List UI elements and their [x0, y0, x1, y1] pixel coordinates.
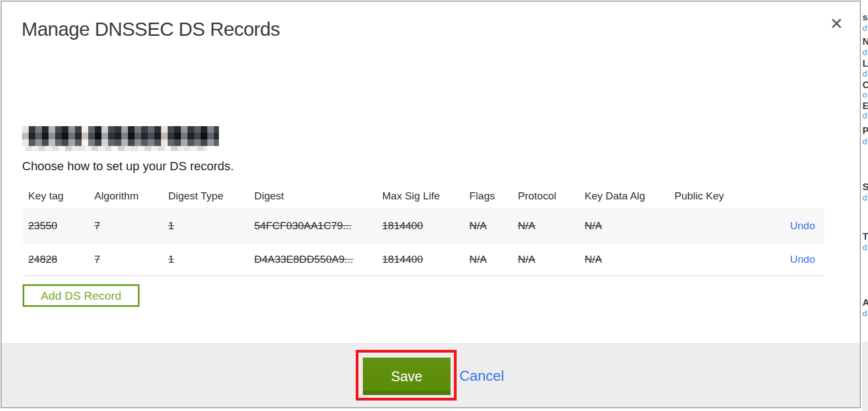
- background-glyph: d: [862, 47, 867, 57]
- cell-algorithm: 7: [89, 253, 163, 266]
- cell-actions: Undo: [774, 253, 824, 266]
- column-header-digest-type: Digest Type: [163, 190, 249, 202]
- background-glyph: P: [862, 126, 868, 137]
- column-header-digest: Digest: [249, 190, 377, 202]
- background-page-sliver: sdNdLdCoEdPdSdTdAd: [862, 0, 868, 411]
- background-glyph: d: [862, 242, 867, 252]
- background-glyph: d: [862, 137, 867, 146]
- background-glyph: d: [862, 69, 867, 78]
- background-glyph: d: [862, 23, 867, 33]
- column-header-key-data-alg: Key Data Alg: [579, 190, 669, 202]
- background-glyph: C: [862, 80, 868, 91]
- cell-actions: Undo: [774, 220, 824, 232]
- cell-key-data-alg: N/A: [579, 220, 669, 232]
- background-sliver-footer: [862, 342, 868, 411]
- background-glyph: A: [862, 298, 868, 309]
- background-glyph: E: [862, 101, 868, 112]
- cell-protocol: N/A: [512, 253, 579, 266]
- column-header-public-key: Public Key: [669, 190, 774, 202]
- cell-flags: N/A: [464, 220, 512, 232]
- cell-protocol: N/A: [512, 220, 579, 232]
- close-icon[interactable]: ✕: [826, 13, 848, 35]
- cell-key-data-alg: N/A: [579, 253, 669, 266]
- table-header-row: Key tag Algorithm Digest Type Digest Max…: [23, 183, 824, 209]
- column-header-flags: Flags: [464, 190, 512, 202]
- undo-link[interactable]: Undo: [790, 253, 815, 265]
- background-glyph: N: [862, 36, 868, 47]
- add-ds-record-button[interactable]: Add DS Record: [23, 284, 140, 307]
- background-glyph: s: [862, 12, 867, 23]
- setup-instruction: Choose how to set up your DS records.: [22, 159, 234, 174]
- background-glyph: S: [862, 182, 868, 193]
- cell-flags: N/A: [464, 253, 512, 266]
- cell-digest: D4A33E8DD550A9...: [249, 253, 377, 266]
- cell-key-tag: 23550: [23, 220, 89, 232]
- cell-digest-type: 1: [163, 220, 249, 232]
- column-header-key-tag: Key tag: [23, 190, 89, 202]
- undo-link[interactable]: Undo: [790, 220, 815, 231]
- column-header-algorithm: Algorithm: [89, 190, 163, 202]
- background-glyph: o: [862, 90, 867, 99]
- cell-algorithm: 7: [89, 220, 163, 232]
- ds-records-table: Key tag Algorithm Digest Type Digest Max…: [23, 183, 824, 276]
- background-glyph: T: [862, 231, 868, 242]
- column-header-max-sig-life: Max Sig Life: [377, 190, 464, 202]
- cell-digest: 54FCF030AA1C79...: [249, 220, 377, 232]
- background-glyph: d: [862, 111, 867, 120]
- column-header-protocol: Protocol: [512, 190, 579, 202]
- background-glyph: d: [862, 193, 867, 202]
- cell-key-tag: 24828: [23, 253, 89, 266]
- redacted-domain-name: [22, 126, 219, 146]
- table-row: 23550 7 1 54FCF030AA1C79... 1814400 N/A …: [23, 209, 824, 242]
- save-button[interactable]: Save: [363, 358, 451, 395]
- table-row: 24828 7 1 D4A33E8DD550A9... 1814400 N/A …: [23, 242, 824, 276]
- page-title: Manage DNSSEC DS Records: [22, 18, 280, 40]
- cell-max-sig-life: 1814400: [377, 253, 464, 266]
- background-glyph: L: [862, 58, 868, 69]
- screenshot-page: Manage DNSSEC DS Records ✕ Choose how to…: [0, 0, 868, 411]
- background-glyph: d: [862, 309, 867, 318]
- cancel-link[interactable]: Cancel: [459, 367, 504, 385]
- manage-dnssec-modal: Manage DNSSEC DS Records ✕ Choose how to…: [1, 1, 861, 408]
- cell-digest-type: 1: [163, 253, 249, 266]
- redacted-domain-shadow: [25, 146, 207, 151]
- cell-max-sig-life: 1814400: [377, 220, 464, 232]
